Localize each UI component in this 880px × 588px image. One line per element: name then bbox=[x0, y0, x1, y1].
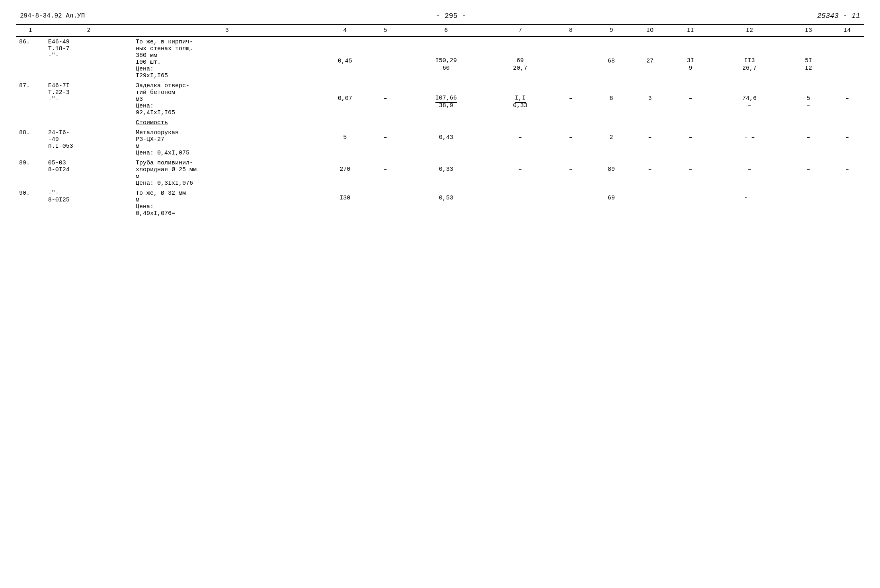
table-row: 87. E46-7I Т.22-3 -"- Заделка отверс-тий… bbox=[16, 81, 864, 118]
stoimost-empty-rest bbox=[321, 118, 864, 128]
row-90-col7: – bbox=[490, 188, 550, 219]
row-88-col6: 0,43 bbox=[402, 128, 490, 158]
row-89-desc: Труба поливинил-хлоридная Ø 25 мммЦена: … bbox=[133, 158, 321, 188]
table-row: 89. 05-03 8-0I24 Труба поливинил-хлоридн… bbox=[16, 158, 864, 188]
row-90-col13: – bbox=[786, 188, 830, 219]
col-header-3: 3 bbox=[133, 24, 321, 37]
row-88-col14: – bbox=[830, 128, 864, 158]
col-header-10: IO bbox=[632, 24, 669, 37]
row-86-col12: II3 26,7 bbox=[712, 37, 786, 81]
col-header-12: I2 bbox=[712, 24, 786, 37]
row-88-col11: – bbox=[669, 128, 712, 158]
row-89-col14: – bbox=[830, 158, 864, 188]
row-88-col10: – bbox=[632, 128, 669, 158]
row-86-col11-frac: 3I 9 bbox=[687, 58, 694, 72]
row-87-col11: – bbox=[669, 81, 712, 118]
row-89-col4: 270 bbox=[321, 158, 369, 188]
table-row: 88. 24-I6- -49 п.I-053 МеталлорукавРЗ-ЦХ… bbox=[16, 128, 864, 158]
row-87-col12-bottom: – bbox=[716, 102, 783, 109]
table-row: 90. -"- 8-0I25 То же, Ø 32 мммЦена:0,49х… bbox=[16, 188, 864, 219]
row-89-col9: 89 bbox=[591, 158, 632, 188]
header-right: 25343 - 11 bbox=[817, 12, 860, 20]
row-88-col9: 2 bbox=[591, 128, 632, 158]
row-86-col12-top: II3 bbox=[744, 58, 755, 65]
col-header-13: I3 bbox=[786, 24, 830, 37]
row-86-col13: 5I I2 bbox=[786, 37, 830, 81]
row-88-code: 24-I6- -49 п.I-053 bbox=[45, 128, 133, 158]
row-86-col14: – bbox=[830, 37, 864, 81]
row-86-col6-bottom: 60 bbox=[443, 65, 450, 72]
column-header-row: I 2 3 4 5 6 7 8 9 IO II I2 I3 I4 bbox=[16, 24, 864, 37]
row-89-col5: – bbox=[369, 158, 402, 188]
row-86-col10: 27 bbox=[632, 37, 669, 81]
row-86-col11-top: 3I bbox=[687, 58, 694, 65]
row-88-desc: МеталлорукавРЗ-ЦХ-27мЦена: 0,4хI,075 bbox=[133, 128, 321, 158]
col-header-7: 7 bbox=[490, 24, 550, 37]
row-88-col4: 5 bbox=[321, 128, 369, 158]
page-header: 294-8-34.92 Ал.УП - 295 - 25343 - 11 bbox=[16, 12, 864, 20]
row-87-desc: Заделка отверс-тий бетономм3Цена:92,4IхI… bbox=[133, 81, 321, 118]
row-90-col11: – bbox=[669, 188, 712, 219]
row-88-col8: – bbox=[550, 128, 591, 158]
row-86-col13-top: 5I bbox=[805, 58, 812, 65]
row-89-col10: – bbox=[632, 158, 669, 188]
row-89-col8: – bbox=[550, 158, 591, 188]
row-87-number: 87. bbox=[16, 81, 45, 118]
row-86-col7-top: 69 bbox=[517, 58, 524, 65]
row-87-col6-top: I07,66 bbox=[435, 95, 457, 103]
row-90-col12: - – bbox=[712, 188, 786, 219]
row-90-number: 90. bbox=[16, 188, 45, 219]
row-89-number: 89. bbox=[16, 158, 45, 188]
row-86-col6: I50,29 60 bbox=[402, 37, 490, 81]
col-header-8: 8 bbox=[550, 24, 591, 37]
stoimost-text: Стоимость bbox=[136, 119, 168, 126]
col-header-5: 5 bbox=[369, 24, 402, 37]
row-87-col6-bottom: 38,9 bbox=[439, 103, 453, 109]
row-87-col6-frac: I07,66 38,9 bbox=[435, 95, 457, 109]
row-86-col7-bottom: 20,7 bbox=[513, 65, 527, 72]
row-90-col8: – bbox=[550, 188, 591, 219]
row-86-col12-bottom: 26,7 bbox=[742, 65, 757, 72]
col-header-4: 4 bbox=[321, 24, 369, 37]
row-86-col12-frac: II3 26,7 bbox=[742, 58, 757, 72]
row-86-col6-frac: I50,29 60 bbox=[435, 58, 457, 72]
row-86-code: E46-49 Т.18-7 -"- bbox=[45, 37, 133, 81]
col-header-6: 6 bbox=[402, 24, 490, 37]
stoimost-row: Стоимость bbox=[16, 118, 864, 128]
row-86-col7-frac: 69 20,7 bbox=[513, 58, 527, 72]
row-88-col5: – bbox=[369, 128, 402, 158]
main-table: I 2 3 4 5 6 7 8 9 IO II I2 I3 I4 86. E46… bbox=[16, 24, 864, 219]
row-86-col11: 3I 9 bbox=[669, 37, 712, 81]
row-86-col11-bottom: 9 bbox=[689, 65, 692, 72]
row-86-col4: 0,45 bbox=[321, 37, 369, 81]
row-86-col13-frac: 5I I2 bbox=[805, 58, 812, 72]
row-86-desc: То же, в кирпич-ных стенах толщ.380 ммI0… bbox=[133, 37, 321, 81]
col-header-2: 2 bbox=[45, 24, 133, 37]
col-header-14: I4 bbox=[830, 24, 864, 37]
row-87-col12: 74,6 – bbox=[712, 81, 786, 118]
table-row: 86. E46-49 Т.18-7 -"- То же, в кирпич-ны… bbox=[16, 37, 864, 81]
row-87-col13-bottom: – bbox=[790, 102, 827, 109]
row-87-code: E46-7I Т.22-3 -"- bbox=[45, 81, 133, 118]
row-87-col8: – bbox=[550, 81, 591, 118]
stoimost-empty-2 bbox=[45, 118, 133, 128]
row-90-col10: – bbox=[632, 188, 669, 219]
row-89-col13: – bbox=[786, 158, 830, 188]
row-89-col7: – bbox=[490, 158, 550, 188]
row-87-col12-top: 74,6 bbox=[716, 95, 783, 102]
row-90-col6: 0,53 bbox=[402, 188, 490, 219]
row-87-col13: 5 – bbox=[786, 81, 830, 118]
row-87-col7-frac: I,I 0,33 bbox=[513, 95, 527, 109]
row-88-col7: – bbox=[490, 128, 550, 158]
row-89-col11: – bbox=[669, 158, 712, 188]
stoimost-label: Стоимость bbox=[133, 118, 321, 128]
col-header-1: I bbox=[16, 24, 45, 37]
row-87-col7-bottom: 0,33 bbox=[513, 103, 527, 109]
row-87-col4: 0,07 bbox=[321, 81, 369, 118]
row-90-desc: То же, Ø 32 мммЦена:0,49хI,076= bbox=[133, 188, 321, 219]
row-87-col9: 8 bbox=[591, 81, 632, 118]
row-90-col5: – bbox=[369, 188, 402, 219]
row-90-code: -"- 8-0I25 bbox=[45, 188, 133, 219]
row-87-col7-top: I,I bbox=[515, 95, 526, 103]
row-90-col9: 69 bbox=[591, 188, 632, 219]
